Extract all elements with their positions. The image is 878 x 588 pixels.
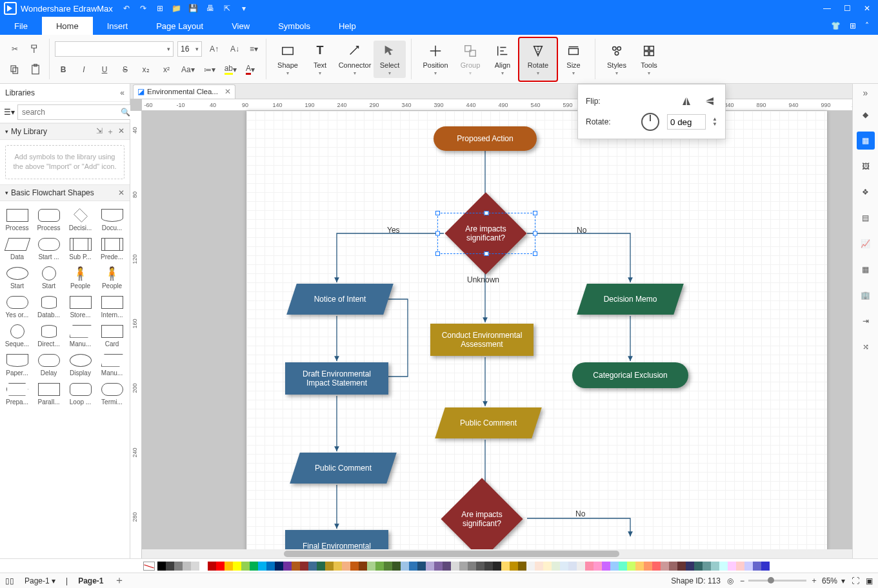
- shape-start[interactable]: Start ...: [33, 234, 65, 263]
- align-tool[interactable]: Align▾: [486, 41, 519, 78]
- fullscreen-icon[interactable]: ▣: [866, 576, 873, 585]
- shape-people[interactable]: 🧍People: [96, 263, 128, 292]
- rr-fill-icon[interactable]: ◆: [857, 106, 875, 124]
- paste-icon[interactable]: [27, 61, 44, 78]
- swatch[interactable]: [602, 562, 610, 571]
- shape-process[interactable]: Process: [1, 205, 33, 234]
- swatch[interactable]: [577, 562, 585, 571]
- bullets-icon[interactable]: ≔▾: [201, 61, 218, 78]
- swatch[interactable]: [258, 562, 266, 571]
- cut-icon[interactable]: ✂: [6, 41, 23, 57]
- styles-tool[interactable]: Styles▾: [601, 41, 633, 78]
- fit-page-icon[interactable]: ⛶: [852, 576, 859, 585]
- minimize-icon[interactable]: —: [823, 4, 831, 13]
- node-public-comment-1[interactable]: Public Comment: [295, 453, 392, 484]
- flip-horizontal-icon[interactable]: [679, 93, 694, 109]
- close-icon[interactable]: ✕: [864, 4, 870, 13]
- shape-seque[interactable]: Seque...: [1, 321, 33, 350]
- export-icon[interactable]: ⇱: [221, 3, 233, 14]
- swatch[interactable]: [367, 562, 375, 571]
- swatch[interactable]: [250, 562, 258, 571]
- swatch[interactable]: [677, 562, 686, 571]
- swatch[interactable]: [166, 562, 174, 571]
- page-selector[interactable]: Page-1 ▾: [18, 575, 62, 587]
- highlight-icon[interactable]: ab▾: [222, 61, 239, 78]
- swatch[interactable]: [216, 562, 224, 571]
- shape-process[interactable]: Process: [33, 205, 65, 234]
- swatch[interactable]: [476, 562, 484, 571]
- bold-icon[interactable]: B: [55, 61, 72, 78]
- swatch[interactable]: [468, 562, 476, 571]
- swatch[interactable]: [208, 562, 216, 571]
- zoom-slider[interactable]: [748, 580, 806, 582]
- menu-page-layout[interactable]: Page Layout: [142, 17, 217, 35]
- swatch[interactable]: [409, 562, 417, 571]
- swatch[interactable]: [275, 562, 283, 571]
- library-menu-icon[interactable]: ☰▾: [4, 104, 15, 120]
- collapse-ribbon-icon[interactable]: ˄: [865, 21, 869, 30]
- mylib-add-icon[interactable]: ＋: [106, 126, 114, 137]
- swatch[interactable]: [560, 562, 568, 571]
- shape-direct[interactable]: Direct...: [33, 321, 65, 350]
- shape-delay[interactable]: Delay: [33, 350, 65, 379]
- redo-icon[interactable]: ↷: [137, 3, 149, 14]
- open-icon[interactable]: 📁: [171, 3, 183, 14]
- node-impacts-q2[interactable]: Are impacts significant?: [440, 490, 524, 548]
- library-search-input[interactable]: [17, 104, 134, 120]
- swatch[interactable]: [334, 562, 342, 571]
- swatch[interactable]: [694, 562, 703, 571]
- save-icon[interactable]: 💾: [188, 3, 199, 14]
- zoom-out-icon[interactable]: −: [740, 576, 744, 585]
- horizontal-scrollbar[interactable]: [142, 549, 852, 558]
- shape-datab[interactable]: Datab...: [33, 292, 65, 321]
- swatch[interactable]: [292, 562, 300, 571]
- menu-file[interactable]: File: [0, 17, 42, 35]
- swatch[interactable]: [199, 562, 208, 571]
- mylib-close-icon[interactable]: ✕: [118, 126, 125, 137]
- basic-close-icon[interactable]: ✕: [118, 188, 125, 197]
- menu-symbols[interactable]: Symbols: [264, 17, 324, 35]
- swatch[interactable]: [375, 562, 384, 571]
- swatch[interactable]: [644, 562, 652, 571]
- swatch[interactable]: [661, 562, 669, 571]
- text-tool[interactable]: TText▾: [304, 41, 336, 78]
- mylib-header[interactable]: ▾My Library ⇲＋✕: [0, 123, 130, 140]
- swatch[interactable]: [753, 562, 761, 571]
- underline-icon[interactable]: U: [96, 61, 113, 78]
- shape-manu[interactable]: Manu...: [65, 321, 96, 350]
- swatch[interactable]: [459, 562, 468, 571]
- swatch[interactable]: [384, 562, 392, 571]
- shape-prede[interactable]: Prede...: [96, 234, 128, 263]
- flip-vertical-icon[interactable]: [702, 93, 717, 109]
- swatch[interactable]: [434, 562, 443, 571]
- add-page-icon[interactable]: ＋: [114, 574, 125, 587]
- font-color-icon[interactable]: A▾: [243, 61, 257, 78]
- swatch[interactable]: [610, 562, 619, 571]
- swatch[interactable]: [426, 562, 434, 571]
- rr-chart-icon[interactable]: 📈: [857, 235, 875, 253]
- swatch[interactable]: [283, 562, 292, 571]
- italic-icon[interactable]: I: [75, 61, 92, 78]
- subscript-icon[interactable]: x₂: [137, 61, 154, 78]
- apps-icon[interactable]: ⊞: [850, 21, 856, 30]
- swatch[interactable]: [308, 562, 317, 571]
- qat-more-icon[interactable]: ▾: [238, 3, 250, 14]
- swatch[interactable]: [619, 562, 627, 571]
- shape-loop[interactable]: Loop ...: [65, 379, 96, 408]
- node-public-comment-2[interactable]: Public Comment: [440, 407, 537, 438]
- shape-prepa[interactable]: Prepa...: [1, 379, 33, 408]
- swatch[interactable]: [526, 562, 535, 571]
- node-decision-memo[interactable]: Decision Memo: [582, 284, 679, 315]
- collapse-right-icon[interactable]: »: [863, 88, 868, 98]
- grow-font-icon[interactable]: A↑: [206, 41, 223, 57]
- undo-icon[interactable]: ↶: [121, 3, 132, 14]
- pages-view-icon[interactable]: ▯▯: [5, 576, 14, 585]
- swatch[interactable]: [233, 562, 241, 571]
- menu-help[interactable]: Help: [324, 17, 370, 35]
- format-painter-icon[interactable]: [27, 41, 44, 57]
- target-icon[interactable]: ◎: [727, 576, 733, 585]
- swatch[interactable]: [543, 562, 552, 571]
- rr-indent-icon[interactable]: ⇥: [857, 312, 875, 330]
- swatch[interactable]: [325, 562, 334, 571]
- shape-tool[interactable]: Shape▾: [272, 41, 304, 78]
